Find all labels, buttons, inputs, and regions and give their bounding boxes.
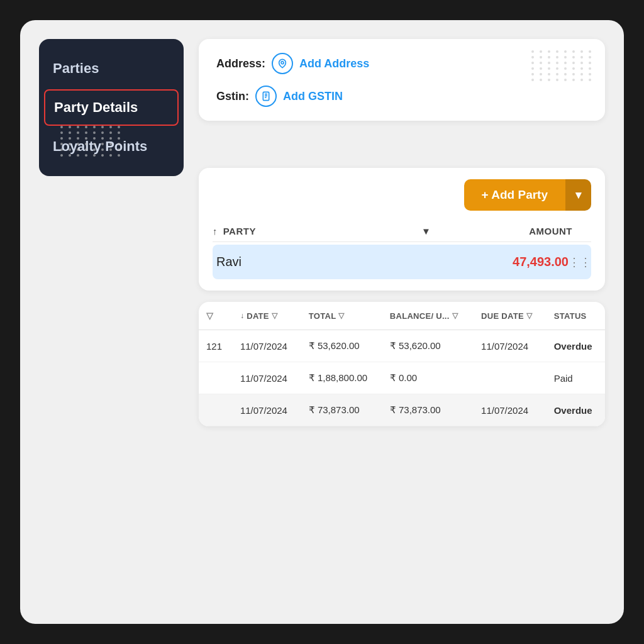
add-address-link[interactable]: Add Address <box>299 57 369 70</box>
add-party-btn-group: + Add Party ▾ <box>464 179 591 211</box>
cell-total: ₹ 73,873.00 <box>301 394 382 426</box>
th-filter-global[interactable]: ▽ <box>199 302 233 330</box>
th-balance: BALANCE/ U... ▽ <box>382 302 474 330</box>
sidebar-item-party-details[interactable]: Party Details <box>44 89 179 126</box>
party-table-row[interactable]: Ravi 47,493.00 ⋮⋮ <box>213 245 591 279</box>
cell-total: ₹ 1,88,800.00 <box>301 362 382 394</box>
filter-due-date-icon[interactable]: ▽ <box>526 311 532 320</box>
party-col-header: ↑ PARTY <box>213 226 421 236</box>
add-gstin-link[interactable]: Add GSTIN <box>283 90 343 103</box>
cell-id <box>199 362 233 394</box>
cell-due-date: 11/07/2024 <box>474 330 547 362</box>
sort-down-icon[interactable]: ↓ <box>240 311 244 320</box>
cell-status: Overdue <box>547 394 605 426</box>
filter-total-icon[interactable]: ▽ <box>338 311 344 320</box>
party-table-header: ↑ PARTY ▼ AMOUNT <box>213 221 591 242</box>
filter-col-header[interactable]: ▼ <box>421 226 459 236</box>
sort-up-icon: ↑ <box>213 226 218 236</box>
cell-due-date <box>474 362 547 394</box>
table-row[interactable]: 11/07/2024 ₹ 73,873.00 ₹ 73,873.00 11/07… <box>199 394 605 426</box>
cell-id: 121 <box>199 330 233 362</box>
right-content: Address: Add Address Gstin: <box>199 39 605 605</box>
address-label: Address: <box>216 57 265 70</box>
cell-balance: ₹ 53,620.00 <box>382 330 474 362</box>
filter-global-icon[interactable]: ▽ <box>206 311 213 321</box>
cell-id <box>199 394 233 426</box>
cell-status: Overdue <box>547 330 605 362</box>
add-party-button[interactable]: + Add Party <box>464 179 565 211</box>
bottom-table: ▽ ↓ DATE ▽ TOTAL <box>199 302 605 426</box>
party-card-header: + Add Party ▾ <box>213 179 591 211</box>
gstin-icon <box>255 86 277 107</box>
filter-balance-icon[interactable]: ▽ <box>452 311 458 320</box>
cell-total: ₹ 53,620.00 <box>301 330 382 362</box>
dot-pattern-mid-left <box>60 126 605 157</box>
th-date: ↓ DATE ▽ <box>233 302 301 330</box>
table-row[interactable]: 121 11/07/2024 ₹ 53,620.00 ₹ 53,620.00 1… <box>199 330 605 362</box>
cell-balance: ₹ 73,873.00 <box>382 394 474 426</box>
cell-date: 11/07/2024 <box>233 394 301 426</box>
party-amount: 47,493.00 <box>455 255 569 269</box>
add-party-chevron-button[interactable]: ▾ <box>565 179 591 211</box>
main-layout: Parties Party Details Loyalty Points Add… <box>39 39 605 605</box>
th-total: TOTAL ▽ <box>301 302 382 330</box>
cell-due-date: 11/07/2024 <box>474 394 547 426</box>
th-status: STATUS <box>547 302 605 330</box>
address-icon <box>272 53 293 74</box>
cell-date: 11/07/2024 <box>233 362 301 394</box>
cell-status: Paid <box>547 362 605 394</box>
th-due-date: DUE DATE ▽ <box>474 302 547 330</box>
svg-point-0 <box>281 62 284 64</box>
party-name: Ravi <box>216 255 418 269</box>
filter-date-icon[interactable]: ▽ <box>272 311 277 320</box>
cell-date: 11/07/2024 <box>233 330 301 362</box>
gstin-label: Gstin: <box>216 90 249 103</box>
table-body: 121 11/07/2024 ₹ 53,620.00 ₹ 53,620.00 1… <box>199 330 605 426</box>
amount-col-header: AMOUNT <box>459 226 572 236</box>
dot-pattern-top-right: (function(){ const dp = document.querySe… <box>531 50 594 81</box>
sidebar-item-parties[interactable]: Parties <box>39 50 184 87</box>
table-row[interactable]: 11/07/2024 ₹ 1,88,800.00 ₹ 0.00 Paid <box>199 362 605 394</box>
table-header-row: ▽ ↓ DATE ▽ TOTAL <box>199 302 605 330</box>
data-table: ▽ ↓ DATE ▽ TOTAL <box>199 302 605 426</box>
app-container: (function(){ const dp = document.querySe… <box>20 20 624 624</box>
party-card: + Add Party ▾ ↑ PARTY ▼ AMOUNT Ravi <box>199 168 605 291</box>
gstin-row: Gstin: Add GSTIN <box>216 86 587 107</box>
party-row-menu[interactable]: ⋮⋮ <box>569 255 587 269</box>
cell-balance: ₹ 0.00 <box>382 362 474 394</box>
